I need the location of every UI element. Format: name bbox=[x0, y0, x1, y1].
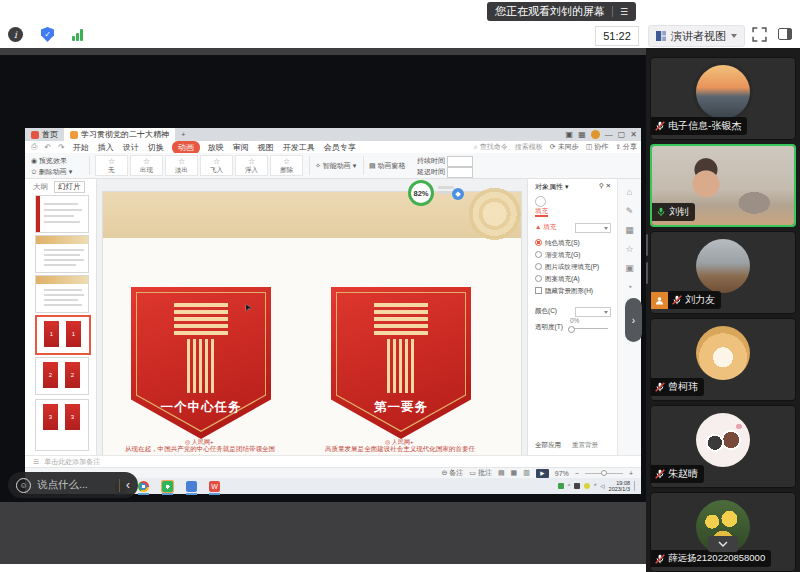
transparency-slider[interactable] bbox=[568, 325, 608, 332]
strip-star-icon[interactable]: ☆ bbox=[625, 244, 633, 254]
menu-design[interactable]: 设计 bbox=[122, 142, 140, 153]
hide-background-checkbox[interactable]: 隐藏背景图形(H) bbox=[535, 287, 593, 296]
fill-section-header[interactable]: ▲ 填充 bbox=[535, 223, 556, 232]
strip-layout-icon[interactable]: ▦ bbox=[625, 225, 634, 235]
sidebar-toggle-icon[interactable] bbox=[778, 28, 792, 40]
cloud-doc-icon[interactable]: ◆ bbox=[452, 188, 464, 200]
wps-taskbar-icon[interactable]: W bbox=[209, 481, 220, 492]
sidebar-scrollbar[interactable] bbox=[646, 234, 648, 256]
preset-floatin[interactable]: ☆浮入 bbox=[235, 155, 268, 176]
slide-canvas[interactable]: 一个中心任务 第一要务 从现在起，中国共产党的中心任务就是团结带领全国各族人民全… bbox=[97, 179, 527, 455]
fill-tab[interactable]: 填充 bbox=[535, 196, 548, 216]
menu-transition[interactable]: 切换 bbox=[147, 142, 165, 153]
slide-thumb-2[interactable] bbox=[35, 235, 89, 273]
banner-menu-icon[interactable]: ☰ bbox=[620, 7, 628, 17]
zoom-slider[interactable] bbox=[585, 473, 623, 474]
fill-option-pattern[interactable]: 图案填充(A) bbox=[535, 275, 580, 284]
menu-view[interactable]: 视图 bbox=[257, 142, 275, 153]
strip-home-icon[interactable]: ⌂ bbox=[627, 187, 632, 197]
outline-tab[interactable]: 大纲 bbox=[33, 182, 48, 192]
tray-volume-icon[interactable]: ◁ bbox=[600, 483, 604, 489]
meeting-app-active[interactable] bbox=[161, 480, 174, 493]
strip-clock-icon[interactable]: ◔ bbox=[627, 282, 632, 292]
sidebar-scrollbar-2[interactable] bbox=[646, 262, 648, 284]
tray-dark-icon[interactable] bbox=[574, 483, 580, 489]
meeting-info-icon[interactable]: i bbox=[8, 27, 23, 42]
new-tab-button[interactable]: + bbox=[181, 130, 186, 139]
menu-animation-active[interactable]: 动画 bbox=[172, 141, 200, 154]
participant-tile-5[interactable]: 朱赵晴 bbox=[650, 405, 796, 488]
participant-tile-4[interactable]: 曾柯玮 bbox=[650, 318, 796, 401]
network-signal-icon[interactable] bbox=[72, 29, 83, 41]
participant-tile-6[interactable]: 薛远扬2120220858000 bbox=[650, 492, 796, 572]
menu-start[interactable]: 开始 bbox=[72, 142, 90, 153]
chrome-icon[interactable] bbox=[138, 481, 149, 492]
speaker-view-button[interactable]: 演讲者视图 bbox=[648, 25, 745, 47]
preset-appear[interactable]: ☆出现 bbox=[130, 155, 163, 176]
pane-pin-icon[interactable]: ⚲ bbox=[599, 182, 604, 189]
tray-yellow-icon[interactable] bbox=[584, 483, 590, 489]
tray-expand-icon[interactable]: ^ bbox=[568, 483, 571, 489]
strip-edit-icon[interactable]: ✎ bbox=[626, 206, 634, 216]
tray-green-icon[interactable] bbox=[558, 483, 564, 489]
fill-option-solid[interactable]: 纯色填充(S) bbox=[535, 239, 580, 248]
participant-tile-3[interactable]: 刘力友 bbox=[650, 231, 796, 314]
participant-tile-2-active-speaker[interactable]: 刘钊 bbox=[650, 144, 796, 227]
command-search-input[interactable]: ⌕ 查找命令、搜索模板 bbox=[474, 142, 543, 152]
menu-review[interactable]: 审阅 bbox=[232, 142, 250, 153]
slide-thumb-6[interactable]: 3 3 bbox=[35, 399, 89, 451]
share-button[interactable]: ⇪ 分享 bbox=[615, 142, 641, 152]
undo-icon[interactable]: ↶ bbox=[44, 143, 51, 152]
slide-thumb-3[interactable] bbox=[35, 275, 89, 313]
sync-status-button[interactable]: ⟳ 未同步 bbox=[550, 142, 579, 152]
notes-bar[interactable]: ☰ 单击此处添加备注 bbox=[25, 455, 641, 467]
apply-all-button[interactable]: 全部应用 bbox=[535, 441, 561, 450]
reset-background-button[interactable]: 重置背景 bbox=[572, 441, 598, 450]
preset-flyin[interactable]: ☆飞入 bbox=[200, 155, 233, 176]
fill-option-picture[interactable]: 图片或纹理填充(P) bbox=[535, 263, 599, 272]
fill-option-gradient[interactable]: 渐变填充(G) bbox=[535, 251, 580, 260]
slide-thumb-1[interactable] bbox=[35, 195, 89, 233]
delete-animation-button[interactable]: ✩ 删除动画 ▾ bbox=[31, 166, 72, 177]
view-sorter-icon[interactable]: ▦ bbox=[511, 469, 518, 477]
collaborate-button[interactable]: ◫ 协作 bbox=[586, 142, 609, 152]
color-combo[interactable] bbox=[575, 307, 611, 317]
slideshow-play-button[interactable]: ▶ bbox=[536, 469, 549, 478]
animation-pane-button[interactable]: ▤ 动画窗格 bbox=[369, 161, 406, 171]
preset-fade[interactable]: ☆淡出 bbox=[165, 155, 198, 176]
redo-icon[interactable]: ↷ bbox=[58, 143, 65, 152]
minimize-icon[interactable]: — bbox=[605, 130, 613, 139]
fullscreen-icon[interactable] bbox=[752, 27, 767, 42]
smart-animation-button[interactable]: ✧ 智能动画 ▾ bbox=[315, 161, 356, 171]
save-icon[interactable]: ⎙ bbox=[31, 142, 37, 152]
menu-insert[interactable]: 插入 bbox=[97, 142, 115, 153]
delay-field[interactable]: 延迟时间 bbox=[417, 167, 473, 178]
preset-wipe[interactable]: ☆擦除 bbox=[270, 155, 303, 176]
menu-devtools[interactable]: 开发工具 bbox=[282, 142, 316, 153]
duration-field[interactable]: 持续时间 bbox=[417, 156, 473, 167]
chat-input-placeholder[interactable]: 说点什么... bbox=[37, 478, 113, 492]
preview-effect-button[interactable]: ◉ 预览效果 bbox=[31, 155, 72, 166]
slide-thumb-4-current[interactable]: 1 1 bbox=[35, 315, 91, 355]
participant-tile-1[interactable]: 电子信息-张银杰 bbox=[650, 57, 796, 140]
taskbar-clock[interactable]: 19:08 2023/1/3 bbox=[609, 480, 630, 492]
view-normal-icon[interactable]: ▤ bbox=[498, 469, 505, 477]
wps-document-tab[interactable]: 学习贯彻党的二十大精神 bbox=[64, 128, 175, 141]
docs-app-icon[interactable] bbox=[186, 481, 197, 492]
status-notes-button[interactable]: ⊖ 备注 bbox=[442, 468, 464, 478]
emoji-icon[interactable]: ☺ bbox=[16, 478, 31, 493]
maximize-icon[interactable]: ▢ bbox=[618, 130, 626, 139]
performance-badge[interactable]: 82% bbox=[408, 180, 434, 206]
pane-close-icon[interactable]: ✕ bbox=[606, 182, 611, 189]
slides-tab[interactable]: 幻灯片 bbox=[54, 181, 85, 193]
fill-type-combo[interactable] bbox=[575, 223, 611, 233]
tray-network-icon[interactable]: ᵸ bbox=[594, 483, 596, 489]
strip-image-icon[interactable]: ▣ bbox=[625, 263, 634, 273]
status-comments-button[interactable]: ▭ 批注 bbox=[469, 468, 492, 478]
pane-collapse-handle[interactable]: › bbox=[625, 298, 642, 342]
preset-none[interactable]: ☆无 bbox=[95, 155, 128, 176]
menu-member[interactable]: 会员专享 bbox=[323, 142, 357, 153]
chat-quick-bar[interactable]: ☺ 说点什么... ‹ bbox=[8, 472, 138, 498]
split-view-icon[interactable]: ▣ bbox=[566, 130, 574, 139]
slide-thumb-5[interactable]: 2 2 bbox=[35, 357, 89, 395]
